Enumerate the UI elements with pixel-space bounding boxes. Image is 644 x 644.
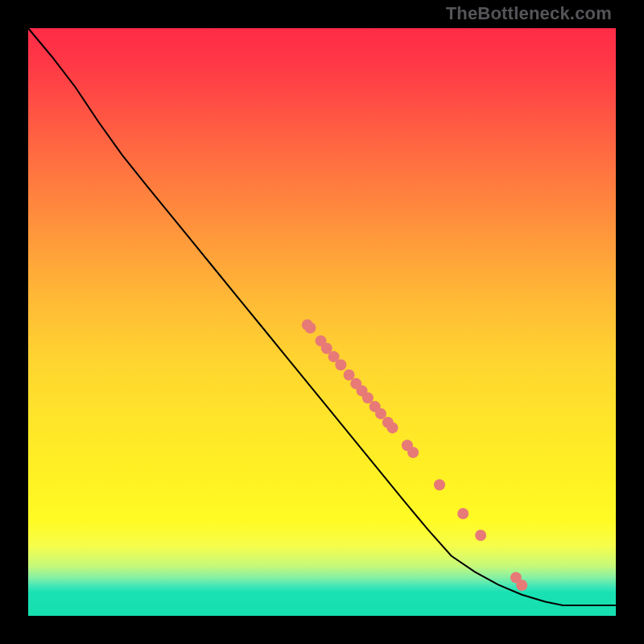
data-point [344, 369, 355, 381]
data-point [375, 408, 386, 419]
data-point [335, 359, 346, 370]
chart-stage: TheBottleneck.com [0, 0, 644, 644]
chart-svg [28, 28, 616, 616]
data-point [516, 580, 527, 591]
marker-group [302, 320, 527, 591]
data-point [407, 447, 419, 458]
plot-area [28, 28, 616, 616]
data-point [475, 530, 486, 541]
curve-line [28, 28, 616, 605]
data-point [362, 392, 374, 403]
data-point [434, 479, 445, 490]
data-point [457, 508, 469, 519]
data-point [387, 422, 398, 433]
data-point [304, 322, 316, 333]
watermark-text: TheBottleneck.com [446, 5, 612, 23]
